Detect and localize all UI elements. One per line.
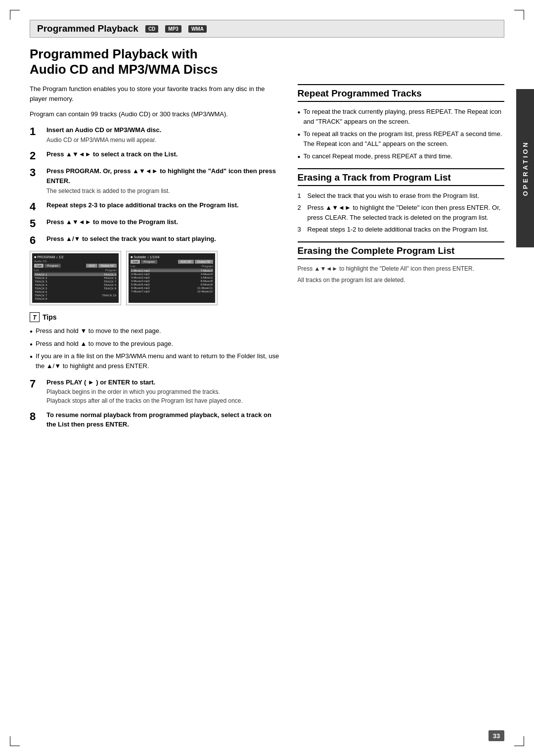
step-6: 6 Press ▲/▼ to select the track you want… xyxy=(30,234,283,246)
erase-track-item-2: 2 Press ▲▼◄► to highlight the "Delete" i… xyxy=(298,203,505,222)
repeat-item-3: To cancel Repeat mode, press REPEAT a th… xyxy=(298,151,505,161)
main-title-line2: Audio CD and MP3/WMA Discs xyxy=(30,62,504,77)
screenshot-mp3: ■ Suitable ♪ 1/1/04 List Program ADD NF … xyxy=(126,251,218,305)
intro-para2: Program can contain 99 tracks (Audio CD)… xyxy=(30,109,283,119)
section-header-title: Programmed Playback xyxy=(37,23,138,34)
step-5: 5 Press ▲▼◄► to move to the Program list… xyxy=(30,217,283,229)
step-2-title: Press ▲▼◄► to select a track on the List… xyxy=(46,150,178,158)
step-1-sub: Audio CD or MP3/WMA menu will appear. xyxy=(46,136,283,144)
step-4-num: 4 xyxy=(30,200,44,212)
repeat-section-title: Repeat Programmed Tracks xyxy=(298,84,505,102)
repeat-item-2: To repeat all tracks on the program list… xyxy=(298,129,505,148)
step-7-title: Press PLAY ( ► ) or ENTER to start. xyxy=(46,378,155,386)
main-title-line1: Programmed Playback with xyxy=(30,47,504,62)
erase-track-item-3: 3 Repeat steps 1-2 to delete additional … xyxy=(298,225,505,235)
step-5-title: Press ▲▼◄► to move to the Program list. xyxy=(46,218,178,226)
tips-icon: T xyxy=(30,312,40,322)
step-1: 1 Insert an Audio CD or MP3/WMA disc. Au… xyxy=(30,125,283,145)
step-7-num: 7 xyxy=(30,378,44,405)
screenshot-audio-cd: ■ PROGRAM ♪ 1/2 Audio CD List Program AD… xyxy=(30,251,121,305)
tips-list: Press and hold ▼ to move to the next pag… xyxy=(30,326,283,371)
intro-para1: The Program function enables you to stor… xyxy=(30,84,283,103)
step-3-title: Press PROGRAM. Or, press ▲▼◄► to highlig… xyxy=(46,167,276,185)
step-2: 2 Press ▲▼◄► to select a track on the Li… xyxy=(30,149,283,161)
step-8: 8 To resume normal playback from program… xyxy=(30,410,283,429)
step-7: 7 Press PLAY ( ► ) or ENTER to start. Pl… xyxy=(30,378,283,405)
erase-track-item-1: 1 Select the track that you wish to eras… xyxy=(298,191,505,201)
step-3-sub: The selected track is added to the progr… xyxy=(46,187,283,195)
repeat-list: To repeat the track currently playing, p… xyxy=(298,107,505,161)
erase-all-title: Erasing the Complete Program List xyxy=(298,241,505,259)
right-column: Repeat Programmed Tracks To repeat the t… xyxy=(298,84,505,434)
step-6-num: 6 xyxy=(30,234,44,246)
tip-item-1: Press and hold ▼ to move to the next pag… xyxy=(30,326,283,336)
repeat-item-1: To repeat the track currently playing, p… xyxy=(298,107,505,126)
erase-all-para: Press ▲▼◄► to highlight the "Delete All"… xyxy=(298,264,505,273)
section-header: Programmed Playback CD MP3 WMA xyxy=(30,20,504,38)
step-7-sub2: Playback stops after all of the tracks o… xyxy=(46,396,283,405)
step-1-num: 1 xyxy=(30,125,44,145)
page-number: 33 xyxy=(489,730,504,741)
step-3-num: 3 xyxy=(30,166,44,195)
left-column: The Program function enables you to stor… xyxy=(30,84,283,434)
erase-track-title: Erasing a Track from Program List xyxy=(298,168,505,186)
tip-item-3: If you are in a file list on the MP3/WMA… xyxy=(30,351,283,371)
step-2-num: 2 xyxy=(30,149,44,161)
main-title: Programmed Playback with Audio CD and MP… xyxy=(30,47,504,77)
tips-section: T Tips Press and hold ▼ to move to the n… xyxy=(30,312,283,371)
step-4-title: Repeat steps 2-3 to place additional tra… xyxy=(46,201,239,209)
step-4: 4 Repeat steps 2-3 to place additional t… xyxy=(30,200,283,212)
step-8-num: 8 xyxy=(30,410,44,429)
tips-title: T Tips xyxy=(30,312,283,322)
erase-all-sub: All tracks on the program list are delet… xyxy=(298,276,505,284)
step-6-title: Press ▲/▼ to select the track you want t… xyxy=(46,235,216,242)
badge-wma: WMA xyxy=(188,25,207,33)
badge-cd: CD xyxy=(145,25,158,33)
step-5-num: 5 xyxy=(30,217,44,229)
badge-mp3: MP3 xyxy=(165,25,181,33)
tip-item-2: Press and hold ▲ to move to the previous… xyxy=(30,339,283,349)
erase-track-list: 1 Select the track that you wish to eras… xyxy=(298,191,505,235)
step-8-title: To resume normal playback from programme… xyxy=(46,411,271,428)
step-1-title: Insert an Audio CD or MP3/WMA disc. xyxy=(46,126,161,134)
step-3: 3 Press PROGRAM. Or, press ▲▼◄► to highl… xyxy=(30,166,283,195)
screenshots-area: ■ PROGRAM ♪ 1/2 Audio CD List Program AD… xyxy=(30,251,283,305)
step-7-sub1: Playback begins in the order in which yo… xyxy=(46,387,283,396)
